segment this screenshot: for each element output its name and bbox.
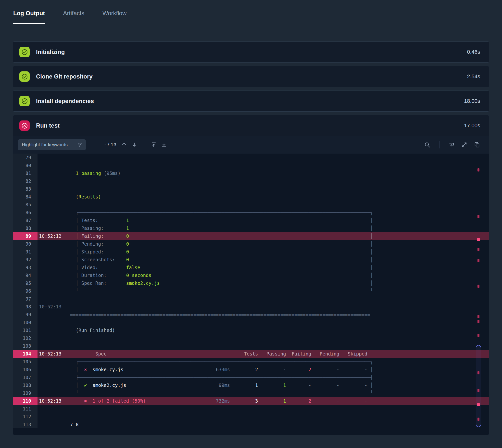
log-text-segment: ────────────────────────────────────────… <box>78 358 370 366</box>
log-text-segment: 3 <box>255 397 258 405</box>
log-text-segment: (Run Finished) <box>76 326 115 334</box>
line-content: 1 passing(95ms) <box>66 169 489 177</box>
log-text-segment: │ <box>370 240 373 248</box>
log-line: 107├────────────────────────────────────… <box>13 373 489 381</box>
log-text-segment: Spec <box>95 350 107 358</box>
step-card-clone-git-repository: Clone Git repository 2.54s <box>13 66 489 87</box>
wrap-lines-icon <box>448 142 455 148</box>
line-number: 93 <box>13 263 37 271</box>
log-line: 108│✔smoke2.cy.js99ms11---│ <box>13 381 489 389</box>
search-button[interactable] <box>422 140 432 150</box>
tab-log-output[interactable]: Log Output <box>13 10 45 24</box>
scroll-match-marker <box>477 238 480 241</box>
line-timestamp <box>37 208 66 216</box>
wrap-lines-button[interactable] <box>446 140 457 150</box>
log-text-segment: 0 seconds <box>126 271 152 279</box>
tab-artifacts[interactable]: Artifacts <box>63 10 84 24</box>
toolbar-divider <box>439 141 440 148</box>
log-line: 92│Screenshots:0│ <box>13 256 489 263</box>
line-content: │Duration:0 seconds│ <box>66 271 489 279</box>
log-text-segment: 2 <box>255 366 258 373</box>
step-header-clone-git-repository[interactable]: Clone Git repository 2.54s <box>13 66 489 87</box>
log-text-segment: └ <box>76 287 78 295</box>
line-timestamp <box>37 224 66 232</box>
line-number: 105 <box>13 358 37 366</box>
log-text-segment: - <box>336 366 339 373</box>
line-number: 106 <box>13 366 37 373</box>
log-line: 86┌─────────────────────────────────────… <box>13 208 489 216</box>
log-line: 93│Video:false│ <box>13 263 489 271</box>
line-timestamp <box>37 405 66 413</box>
prev-match-button[interactable] <box>119 140 129 150</box>
line-timestamp <box>37 248 66 256</box>
copy-icon <box>474 142 480 148</box>
line-number: 109 <box>13 389 37 397</box>
log-line: 95│Spec Ran:smoke2.cy.js│ <box>13 279 489 287</box>
jump-to-top-icon <box>151 142 157 148</box>
fullscreen-button[interactable] <box>459 140 469 150</box>
line-content: │Passing:1│ <box>66 224 489 232</box>
log-line: 111 <box>13 405 489 413</box>
line-number: 86 <box>13 208 37 216</box>
filter-icon <box>77 142 82 147</box>
arrow-up-icon <box>121 142 127 148</box>
line-number: 101 <box>13 326 37 334</box>
log-text-segment: │ <box>76 279 78 287</box>
log-line: 102 <box>13 334 489 342</box>
line-number: 85 <box>13 201 37 208</box>
line-number: 83 <box>13 185 37 193</box>
log-text-segment: │ <box>370 279 373 287</box>
line-timestamp <box>37 256 66 263</box>
step-duration: 2.54s <box>467 73 480 80</box>
jump-to-top-button[interactable] <box>149 140 159 150</box>
log-line: 8910:52:12│Failing:0│ <box>13 232 489 240</box>
step-header-install-dependencies[interactable]: Install dependencies 18.00s <box>13 91 489 112</box>
log-text-segment: Skipped: <box>81 248 104 256</box>
log-line: 106│✖smoke.cy.js633ms2-2--│ <box>13 366 489 373</box>
log-text-segment: Passing <box>266 350 286 358</box>
line-timestamp <box>37 420 66 428</box>
tab-workflow[interactable]: Workflow <box>103 10 126 24</box>
line-timestamp <box>37 201 66 208</box>
jump-to-bottom-button[interactable] <box>159 140 169 150</box>
log-line: 80 <box>13 161 489 169</box>
log-text-segment: │ <box>76 271 78 279</box>
line-content: │Pending:0│ <box>66 240 489 248</box>
log-text-segment: - <box>365 381 367 389</box>
line-content: (Results) <box>66 193 489 201</box>
line-content <box>66 405 489 413</box>
log-line: 84(Results) <box>13 193 489 201</box>
line-content <box>66 185 489 193</box>
copy-button[interactable] <box>472 140 482 150</box>
log-text-segment: └ <box>76 389 78 397</box>
line-number: 96 <box>13 287 37 295</box>
keyword-highlight-input[interactable]: Highlight for keywords <box>18 139 86 150</box>
scroll-match-marker <box>477 389 479 392</box>
job-log-page: Log Output Artifacts Workflow Initializi… <box>0 0 502 435</box>
line-number: 99 <box>13 311 37 319</box>
step-header-run-test[interactable]: Run test 17.00s <box>13 115 489 136</box>
log-text-segment: │ <box>370 216 373 224</box>
log-text-segment: ┐ <box>370 208 373 216</box>
log-text-segment: false <box>126 263 140 271</box>
log-scrollbar[interactable] <box>476 154 481 428</box>
step-header-initializing[interactable]: Initializing 0.46s <box>13 42 489 62</box>
line-content <box>66 334 489 342</box>
line-content: (Run Finished) <box>66 326 489 334</box>
step-duration: 17.00s <box>464 122 480 129</box>
line-timestamp <box>37 326 66 334</box>
log-line: 811 passing(95ms) <box>13 169 489 177</box>
line-timestamp <box>37 319 66 326</box>
keyword-highlight-placeholder: Highlight for keywords <box>22 142 68 147</box>
log-viewer: 7980811 passing(95ms)828384(Results)8586… <box>13 154 489 435</box>
line-timestamp: 10:52:13 <box>37 303 66 311</box>
tab-bar: Log Output Artifacts Workflow <box>0 0 502 24</box>
line-content <box>66 295 489 303</box>
scroll-thumb[interactable] <box>476 345 481 427</box>
next-match-button[interactable] <box>129 140 139 150</box>
scroll-match-marker <box>477 371 479 374</box>
failed-x-icon <box>19 120 30 131</box>
line-content: │✖smoke.cy.js633ms2-2--│ <box>66 366 489 373</box>
log-line: 103 <box>13 342 489 350</box>
log-line: 1137 8 <box>13 420 489 428</box>
